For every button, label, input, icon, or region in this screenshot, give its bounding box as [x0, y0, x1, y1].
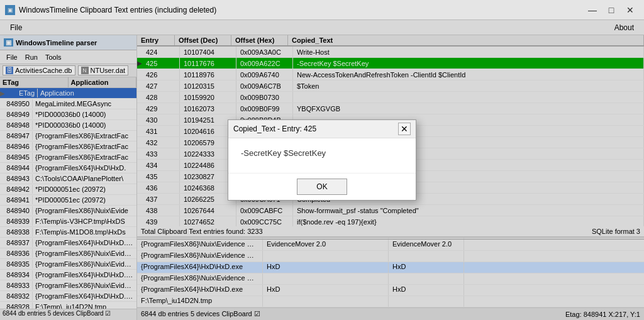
modal-ok-button[interactable]: OK [297, 179, 347, 195]
modal-body: -SecretKey $SecretKey [228, 138, 416, 173]
modal-overlay: Copied_Text - Entry: 425 ✕ -SecretKey $S… [0, 0, 644, 320]
modal-dialog: Copied_Text - Entry: 425 ✕ -SecretKey $S… [228, 119, 416, 201]
modal-content-text: -SecretKey $SecretKey [241, 148, 403, 158]
main-window: ▣ WindowsTimeline Clipboard Text entries… [0, 0, 644, 320]
modal-title-bar: Copied_Text - Entry: 425 ✕ [228, 120, 416, 138]
modal-close-button[interactable]: ✕ [398, 123, 411, 135]
modal-footer: OK [228, 173, 416, 200]
modal-title-text: Copied_Text - Entry: 425 [233, 124, 316, 133]
